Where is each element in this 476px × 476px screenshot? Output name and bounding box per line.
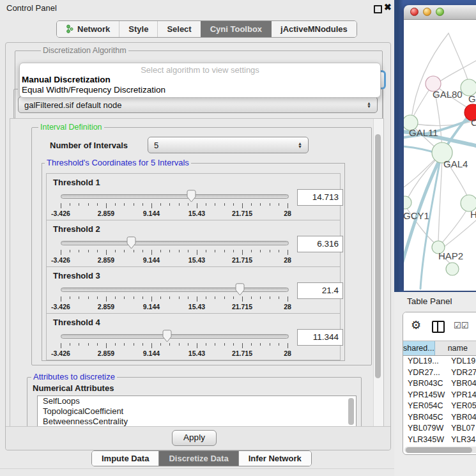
threshold-value-field[interactable]: 21.4 — [297, 282, 343, 299]
network-edge[interactable] — [440, 61, 476, 81]
threshold-label: Threshold 3 — [53, 271, 100, 280]
close-icon[interactable]: ✖ — [384, 2, 392, 12]
column-header-name[interactable]: name — [435, 341, 476, 355]
tab-impute-data[interactable]: Impute Data — [92, 451, 158, 466]
table-row[interactable]: YPR145WYPR14 — [403, 390, 476, 401]
tab-select[interactable]: Select — [157, 21, 200, 37]
dropdown-item[interactable]: Manual Discretization — [20, 75, 380, 85]
cell-shared-name: YBR043C — [403, 378, 447, 390]
slider-thumb[interactable] — [187, 190, 196, 203]
cell-shared-name: YBL079W — [403, 423, 447, 434]
table-data-value: galFiltered.sif default node — [24, 100, 121, 110]
gear-icon[interactable]: ⚙ — [411, 318, 421, 332]
table-header-row: shared... name — [403, 341, 476, 356]
tab-network[interactable]: Network — [57, 21, 119, 37]
attribute-list-item[interactable]: BetweennessCentrality — [38, 417, 356, 427]
tick-label: 2.859 — [98, 349, 114, 357]
column-header-shared-name[interactable]: shared... — [403, 341, 435, 355]
number-of-intervals-label: Number of Intervals — [50, 141, 128, 150]
minimize-traffic-light[interactable] — [423, 8, 431, 16]
slider-thumb[interactable] — [127, 236, 136, 249]
node-label-ga: GA — [468, 93, 476, 104]
tick-label: 9.144 — [143, 349, 160, 357]
threshold-label: Threshold 1 — [53, 178, 100, 187]
interval-definition-group: Interval Definition Number of Intervals … — [31, 127, 372, 365]
tick-label: 15.43 — [188, 349, 205, 357]
tab-style[interactable]: Style — [119, 21, 157, 37]
tick-label: 28 — [284, 349, 291, 357]
cell-name: YBR04 — [447, 412, 476, 424]
slider-track[interactable] — [61, 288, 289, 292]
table-data-combobox[interactable]: galFiltered.sif default node ▲▼ — [18, 96, 378, 113]
threshold-value-field[interactable]: 14.713 — [297, 189, 343, 206]
table-row[interactable]: YER054CYER05 — [403, 401, 476, 412]
tab-discretize-data[interactable]: Discretize Data — [158, 451, 238, 466]
column-layout-icon[interactable] — [432, 321, 445, 333]
tab-infer-network[interactable]: Infer Network — [238, 451, 311, 466]
slider-thumb[interactable] — [162, 330, 172, 342]
slider-track[interactable] — [61, 241, 289, 245]
slider-track[interactable] — [61, 334, 289, 339]
slider-track[interactable] — [61, 194, 289, 199]
attribute-list-item[interactable]: SelfLoops — [38, 396, 356, 406]
threshold-slider[interactable]: -3.4262.8599.14415.4321.71528 — [61, 329, 288, 358]
select-columns-icon[interactable]: ☑☑ — [454, 321, 468, 330]
node-table: ⚙ ☑☑ shared... name YDL19...YDL19YDR27..… — [403, 312, 476, 455]
tick-label: -3.426 — [51, 256, 70, 264]
cell-name: YBL07 — [447, 423, 476, 434]
dropdown-items: Manual DiscretizationEqual Width/Frequen… — [20, 75, 380, 95]
table-row[interactable]: YDL19...YDL19 — [403, 356, 476, 367]
combo-stepper-icon: ▲▼ — [367, 102, 371, 108]
tab-cyni-toolbox[interactable]: Cyni Toolbox — [201, 21, 271, 37]
threshold-slider[interactable]: -3.4262.8599.14415.4321.71528 — [61, 282, 288, 312]
numerical-attributes-label: Numerical Attributes — [33, 383, 114, 393]
table-row[interactable]: YBR045CYBR04 — [403, 412, 476, 424]
tick-label: 2.859 — [98, 256, 114, 264]
cell-shared-name: YPR145W — [403, 390, 447, 401]
attribute-list-item[interactable]: TopologicalCoefficient — [38, 406, 356, 417]
network-edge[interactable] — [443, 220, 476, 247]
numerical-attributes-list[interactable]: SelfLoopsTopologicalCoefficientBetweenne… — [37, 395, 357, 427]
threshold-slider[interactable]: -3.4262.8599.14415.4321.71528 — [61, 189, 288, 219]
float-window-icon[interactable] — [374, 5, 382, 13]
node-label-gcy1: GCY1 — [404, 210, 429, 221]
threshold-slider[interactable]: -3.4262.8599.14415.4321.71528 — [61, 236, 288, 265]
node-label-h: H — [470, 209, 476, 220]
network-edge[interactable] — [411, 33, 449, 118]
GCY1-node[interactable] — [404, 196, 411, 209]
number-of-intervals-combobox[interactable]: 5 ▲▼ — [148, 137, 309, 153]
cell-shared-name: YDR27... — [403, 367, 447, 379]
dropdown-item[interactable]: Equal Width/Frequency Discretization — [20, 85, 380, 95]
horizontal-scrollbar-thumb[interactable] — [406, 447, 472, 453]
apply-button[interactable]: Apply — [172, 430, 217, 446]
close-traffic-light[interactable] — [410, 8, 418, 16]
list-scrollbar[interactable] — [348, 398, 354, 425]
tab-label: Select — [167, 24, 191, 34]
table-toolbar: ⚙ ☑☑ — [403, 312, 476, 341]
network-canvas[interactable]: GAL80GACGAL11GAL4GCY1HHAP2 — [404, 20, 476, 291]
tick-label: -3.426 — [51, 303, 70, 311]
cyni-toolbox-panel: Discretization Algorithm Select algorith… — [5, 42, 391, 450]
threshold-panel: Threshold 3-3.4262.8599.14415.4321.71528… — [46, 266, 341, 314]
slider-thumb[interactable] — [235, 283, 245, 296]
vertical-scrollbar[interactable] — [373, 119, 383, 427]
table-row[interactable]: YDR27...YDR27 — [403, 367, 476, 379]
vertical-scrollbar-thumb[interactable] — [375, 134, 381, 378]
tick-label: 9.144 — [143, 256, 160, 264]
tick-label: 2.859 — [98, 303, 114, 311]
partial-node[interactable] — [446, 263, 459, 275]
tab-jactivemnodules[interactable]: jActiveMNodules — [271, 21, 357, 37]
table-row[interactable]: YLR345WYLR34 — [403, 434, 476, 446]
tick-label: 9.144 — [143, 303, 160, 311]
table-panel: Table Panel ⚙ ☑☑ shared... name YDL19...… — [394, 292, 476, 476]
table-row[interactable]: YBR043CYBR04 — [403, 378, 476, 390]
slider-tick-labels: -3.4262.8599.14415.4321.71528 — [61, 303, 288, 311]
table-row[interactable]: YBL079WYBL07 — [403, 423, 476, 434]
slider-tick-labels: -3.4262.8599.14415.4321.71528 — [61, 256, 288, 264]
network-window-titlebar[interactable] — [404, 5, 476, 20]
threshold-value-field[interactable]: 6.316 — [297, 236, 343, 252]
tick-label: 28 — [284, 256, 291, 264]
zoom-traffic-light[interactable] — [436, 8, 444, 16]
threshold-value-field[interactable]: 11.344 — [297, 329, 343, 346]
horizontal-scrollbar[interactable] — [404, 447, 476, 453]
